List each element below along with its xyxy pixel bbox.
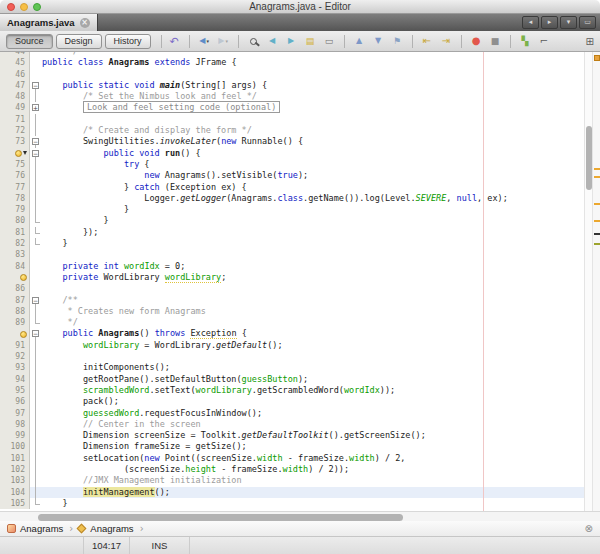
line-number[interactable]: 79	[0, 204, 30, 215]
code-text[interactable]	[42, 114, 584, 125]
tab-close-icon[interactable]: ×	[80, 18, 90, 28]
code-text[interactable]: }	[42, 204, 584, 215]
code-text[interactable]	[42, 351, 584, 362]
code-text[interactable]: getRootPane().setDefaultButton(guessButt…	[42, 374, 584, 385]
code-text[interactable]: } catch (Exception ex) {	[42, 182, 584, 193]
code-line-101[interactable]: 101 setLocation(new Point((screenSize.wi…	[0, 453, 584, 464]
line-number[interactable]: 103	[0, 475, 30, 486]
code-text[interactable]: try {	[42, 159, 584, 170]
line-number[interactable]: 49	[0, 102, 30, 113]
code-line-86[interactable]: 86	[0, 283, 584, 294]
tab-scroll-right-button[interactable]: ▸	[541, 16, 558, 29]
design-view-button[interactable]: Design	[56, 34, 102, 49]
code-text[interactable]: Logger.getLogger(Anagrams.class.getName(…	[42, 193, 584, 204]
annotation-gutter[interactable]	[0, 148, 30, 159]
annotation-gutter[interactable]	[0, 328, 30, 339]
code-text[interactable]: * Creates new form Anagrams	[42, 306, 584, 317]
error-stripe-mark[interactable]	[594, 233, 600, 235]
line-number[interactable]: 95	[0, 385, 30, 396]
tab-scroll-left-button[interactable]: ◂	[522, 16, 539, 29]
line-number[interactable]: 75	[0, 159, 30, 170]
code-line-94[interactable]: 94 getRootPane().setDefaultButton(guessB…	[0, 374, 584, 385]
collapse-fold-icon[interactable]: −	[32, 150, 39, 157]
error-stripe-mark[interactable]	[594, 176, 600, 178]
line-number[interactable]: 102	[0, 464, 30, 475]
code-line-warn[interactable]: − public void run() {	[0, 148, 584, 159]
line-number[interactable]: 99	[0, 430, 30, 441]
fold-minus[interactable]: −	[30, 148, 42, 159]
error-stripe-mark[interactable]	[594, 243, 600, 245]
back-icon[interactable]: ◀▾	[196, 33, 213, 49]
shift-line-right-icon[interactable]: ⇥	[438, 33, 455, 49]
error-stripe-mark[interactable]	[594, 168, 600, 170]
next-bookmark-icon[interactable]: ▼	[370, 33, 387, 49]
code-line-98[interactable]: 98 // Center in the screen	[0, 419, 584, 430]
code-line-73[interactable]: 73− SwingUtilities.invokeLater(new Runna…	[0, 136, 584, 147]
code-text[interactable]: //JMX Management initialization	[42, 475, 584, 486]
start-macro-recording-icon[interactable]: ●	[468, 33, 485, 49]
code-text[interactable]: }	[42, 498, 584, 509]
code-text[interactable]: private int wordIdx = 0;	[42, 261, 584, 272]
code-line-warn[interactable]: private WordLibrary wordLibrary;	[0, 272, 584, 283]
code-text[interactable]	[42, 283, 584, 294]
code-text[interactable]: Dimension screenSize = Toolkit.getDefaul…	[42, 430, 584, 441]
line-number[interactable]: 83	[0, 249, 30, 260]
line-number[interactable]: 45	[0, 57, 30, 68]
warning-hint-icon[interactable]	[20, 331, 27, 338]
collapse-fold-icon[interactable]: −	[32, 82, 39, 89]
code-text[interactable]: initManagement();	[42, 487, 584, 498]
code-editor[interactable]: 44 */45public class Anagrams extends JFr…	[0, 52, 600, 511]
shift-line-left-icon[interactable]: ⇤	[419, 33, 436, 49]
code-line-92[interactable]: 92	[0, 351, 584, 362]
find-next-occurrence-icon[interactable]: ▶	[283, 33, 300, 49]
line-number[interactable]: 96	[0, 396, 30, 407]
stop-macro-recording-icon[interactable]: ■	[487, 33, 504, 49]
toolbar-grid-icon[interactable]: ⊞	[586, 36, 594, 47]
code-line-83[interactable]: 83	[0, 249, 584, 260]
line-number[interactable]: 87	[0, 295, 30, 306]
code-text[interactable]: Look and feel setting code (optional)	[42, 102, 584, 113]
code-text[interactable]: pack();	[42, 396, 584, 407]
code-line-79[interactable]: 79 }	[0, 204, 584, 215]
line-number[interactable]: 91	[0, 340, 30, 351]
line-number[interactable]: 92	[0, 351, 30, 362]
code-line-102[interactable]: 102 (screenSize.height - frameSize.width…	[0, 464, 584, 475]
line-number[interactable]: 94	[0, 374, 30, 385]
breadcrumb-item[interactable]: Anagrams›	[7, 523, 73, 534]
comment-icon[interactable]: ▚	[517, 33, 534, 49]
line-number[interactable]: 82	[0, 238, 30, 249]
collapse-fold-icon[interactable]: −	[32, 297, 39, 304]
code-text[interactable]	[42, 69, 584, 80]
zoom-window-button[interactable]	[33, 3, 41, 11]
previous-bookmark-icon[interactable]: ▲	[351, 33, 368, 49]
source-view-button[interactable]: Source	[6, 34, 53, 49]
code-text[interactable]: initComponents();	[42, 362, 584, 373]
code-text[interactable]: */	[42, 317, 584, 328]
code-text[interactable]: setLocation(new Point((screenSize.width …	[42, 453, 584, 464]
code-line-warn[interactable]: − public Anagrams() throws Exception {	[0, 328, 584, 339]
code-line-82[interactable]: 82 }	[0, 238, 584, 249]
line-number[interactable]: 80	[0, 215, 30, 226]
history-view-button[interactable]: History	[105, 34, 151, 49]
code-text[interactable]: Dimension frameSize = getSize();	[42, 441, 584, 452]
error-stripe-mark[interactable]	[594, 220, 600, 222]
code-text[interactable]: private WordLibrary wordLibrary;	[42, 272, 584, 283]
code-text[interactable]: /**	[42, 295, 584, 306]
line-number[interactable]: 47	[0, 80, 30, 91]
expand-fold-icon[interactable]: +	[32, 104, 39, 111]
horizontal-scrollbar[interactable]	[0, 511, 600, 521]
collapse-fold-icon[interactable]: −	[32, 138, 39, 145]
code-line-104[interactable]: 104 initManagement();	[0, 487, 584, 498]
line-number[interactable]: 71	[0, 114, 30, 125]
code-line-97[interactable]: 97 guessedWord.requestFocusInWindow();	[0, 408, 584, 419]
fold-minus[interactable]: −	[30, 328, 42, 339]
code-text[interactable]: new Anagrams().setVisible(true);	[42, 170, 584, 181]
code-line-93[interactable]: 93 initComponents();	[0, 362, 584, 373]
find-selection-icon[interactable]	[245, 33, 262, 49]
code-text[interactable]: }	[42, 215, 584, 226]
code-text[interactable]: scrambledWord.setText(wordLibrary.getScr…	[42, 385, 584, 396]
code-line-87[interactable]: 87− /**	[0, 295, 584, 306]
code-line-75[interactable]: 75 try {	[0, 159, 584, 170]
uncomment-icon[interactable]: ⌐	[536, 33, 553, 49]
line-number[interactable]: 76	[0, 170, 30, 181]
